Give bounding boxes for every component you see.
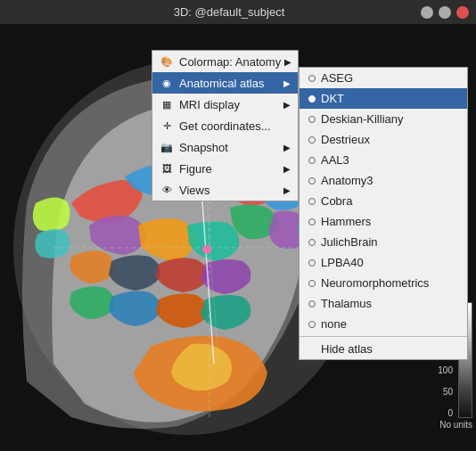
colorbar-unit-label: No units bbox=[439, 420, 472, 430]
hammers-radio bbox=[308, 218, 316, 226]
colormap-arrow: ▶ bbox=[284, 57, 291, 67]
title-bar: 3D: @default_subject bbox=[0, 0, 476, 25]
cobra-label: Cobra bbox=[321, 194, 352, 208]
aseg-radio bbox=[308, 75, 316, 82]
figure-icon: 🖼 bbox=[160, 161, 174, 176]
atlas-submenu-divider bbox=[300, 336, 467, 337]
menu-item-anatomical-atlas[interactable]: ◉ Anatomical atlas ▶ bbox=[152, 72, 298, 94]
aseg-label: ASEG bbox=[321, 71, 353, 85]
atlas-item-deskian-killiany[interactable]: Deskian-Killiany bbox=[300, 109, 467, 129]
menu-mri-label: MRI display bbox=[179, 98, 240, 111]
atlas-item-cobra[interactable]: Cobra bbox=[300, 191, 467, 211]
lpba40-radio bbox=[308, 259, 316, 266]
views-icon: 👁 bbox=[160, 183, 174, 197]
atlas-item-hide[interactable]: Hide atlas bbox=[300, 339, 467, 359]
menu-item-figure[interactable]: 🖼 Figure ▶ bbox=[152, 158, 298, 179]
dkt-label: DKT bbox=[321, 92, 344, 105]
aal3-radio bbox=[308, 157, 316, 164]
thalamus-label: Thalamus bbox=[321, 297, 372, 310]
julichbrain-radio bbox=[308, 239, 316, 246]
menu-figure-label: Figure bbox=[179, 162, 212, 176]
aal3-label: AAL3 bbox=[321, 153, 349, 167]
atlas-item-lpba40[interactable]: LPBA40 bbox=[300, 252, 467, 273]
menu-coordinates-label: Get coordinates... bbox=[179, 119, 271, 133]
atlas-item-dkt[interactable]: DKT bbox=[300, 88, 467, 109]
menu-item-colormap[interactable]: 🎨 Colormap: Anatomy ▶ bbox=[152, 51, 298, 72]
neuromorphometrics-radio bbox=[308, 280, 316, 287]
atlas-item-julichbrain[interactable]: JulichBrain bbox=[300, 232, 467, 252]
figure-arrow: ▶ bbox=[283, 164, 291, 174]
context-menu: 🎨 Colormap: Anatomy ▶ ◉ Anatomical atlas… bbox=[152, 50, 299, 201]
snapshot-arrow: ▶ bbox=[283, 143, 291, 152]
svg-point-6 bbox=[202, 245, 211, 254]
deskian-radio bbox=[308, 116, 316, 123]
mri-arrow: ▶ bbox=[283, 100, 291, 110]
close-button[interactable] bbox=[456, 6, 469, 19]
menu-colormap-label: Colormap: Anatomy bbox=[179, 55, 281, 69]
restore-button[interactable] bbox=[439, 6, 451, 19]
menu-snapshot-label: Snapshot bbox=[179, 141, 228, 154]
hide-atlas-label: Hide atlas bbox=[308, 342, 373, 356]
atlas-icon: ◉ bbox=[160, 76, 174, 90]
anatomy3-radio bbox=[308, 177, 316, 184]
snapshot-icon: 📷 bbox=[160, 140, 174, 154]
minimize-button[interactable] bbox=[421, 6, 433, 19]
atlas-item-anatomy3[interactable]: Anatomy3 bbox=[300, 170, 467, 191]
menu-item-get-coordinates[interactable]: ✛ Get coordinates... bbox=[152, 115, 298, 136]
colorbar-tick-50: 50 bbox=[443, 387, 453, 397]
window-title: 3D: @default_subject bbox=[37, 5, 421, 19]
atlas-item-neuromorphometrics[interactable]: Neuromorphometrics bbox=[300, 273, 467, 293]
colorbar-tick-0: 0 bbox=[447, 408, 453, 418]
menu-atlas-label: Anatomical atlas bbox=[179, 77, 264, 90]
atlas-item-none[interactable]: none bbox=[300, 314, 467, 334]
deskian-label: Deskian-Killiany bbox=[321, 112, 403, 126]
none-radio bbox=[308, 321, 316, 328]
menu-item-views[interactable]: 👁 Views ▶ bbox=[152, 179, 298, 201]
atlas-arrow: ▶ bbox=[283, 78, 291, 88]
destrieux-radio bbox=[308, 136, 316, 144]
menu-item-mri-display[interactable]: ▦ MRI display ▶ bbox=[152, 94, 298, 115]
anatomy3-label: Anatomy3 bbox=[321, 174, 373, 187]
none-label: none bbox=[321, 317, 347, 331]
cobra-radio bbox=[308, 198, 316, 205]
menu-item-snapshot[interactable]: 📷 Snapshot ▶ bbox=[152, 136, 298, 158]
window-controls bbox=[421, 6, 469, 19]
destrieux-label: Destrieux bbox=[321, 133, 370, 146]
julichbrain-label: JulichBrain bbox=[321, 235, 378, 249]
views-arrow: ▶ bbox=[283, 185, 291, 195]
dkt-radio bbox=[308, 95, 316, 102]
atlas-submenu: ASEG DKT Deskian-Killiany Destrieux AAL3… bbox=[299, 67, 468, 360]
colormap-icon: 🎨 bbox=[160, 54, 174, 69]
atlas-item-destrieux[interactable]: Destrieux bbox=[300, 129, 467, 150]
coordinates-icon: ✛ bbox=[160, 119, 174, 133]
atlas-item-aal3[interactable]: AAL3 bbox=[300, 150, 467, 170]
hammers-label: Hammers bbox=[321, 215, 371, 228]
atlas-item-thalamus[interactable]: Thalamus bbox=[300, 293, 467, 314]
colorbar-tick-100: 100 bbox=[438, 365, 453, 375]
brain-viewport: 🎨 Colormap: Anatomy ▶ ◉ Anatomical atlas… bbox=[0, 25, 476, 451]
atlas-item-aseg[interactable]: ASEG bbox=[300, 68, 467, 88]
mri-icon: ▦ bbox=[160, 97, 174, 111]
neuromorphometrics-label: Neuromorphometrics bbox=[321, 276, 429, 290]
atlas-item-hammers[interactable]: Hammers bbox=[300, 211, 467, 232]
menu-views-label: Views bbox=[179, 184, 209, 197]
thalamus-radio bbox=[308, 300, 316, 308]
lpba40-label: LPBA40 bbox=[321, 256, 364, 269]
